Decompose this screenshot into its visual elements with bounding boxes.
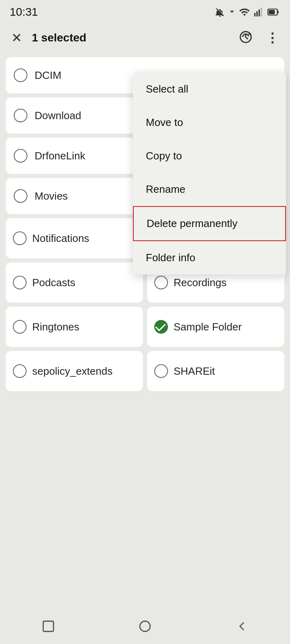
- menu-item-select-all[interactable]: Select all: [133, 72, 286, 106]
- nav-square-button[interactable]: [29, 615, 67, 637]
- status-icons: [214, 6, 280, 18]
- bottom-nav: [0, 612, 290, 644]
- action-bar: ✕ 1 selected ⋮: [0, 23, 290, 53]
- radio-movies[interactable]: [14, 189, 27, 203]
- more-options-button[interactable]: ⋮: [263, 27, 282, 49]
- sync-icon[interactable]: [235, 27, 256, 49]
- radio-notifications[interactable]: [13, 231, 27, 245]
- radio-sepolicy[interactable]: [13, 364, 27, 378]
- svg-rect-1: [257, 11, 258, 17]
- status-time: 10:31: [10, 6, 38, 19]
- radio-dcim[interactable]: [14, 68, 27, 82]
- back-icon: [235, 619, 249, 633]
- folder-item-ringtones[interactable]: Ringtones: [6, 307, 143, 347]
- svg-rect-8: [43, 621, 54, 632]
- folder-row-4: sepolicy_extends SHAREit: [6, 351, 284, 391]
- svg-rect-6: [269, 10, 275, 14]
- svg-rect-3: [261, 8, 262, 17]
- radio-samplefolder[interactable]: [154, 320, 168, 334]
- menu-item-folder-info[interactable]: Folder info: [133, 241, 286, 275]
- svg-rect-2: [259, 10, 260, 17]
- radio-shareit[interactable]: [154, 364, 168, 378]
- menu-item-rename[interactable]: Rename: [133, 173, 286, 206]
- close-button[interactable]: ✕: [8, 27, 25, 49]
- folder-item-samplefolder[interactable]: Sample Folder: [147, 307, 284, 347]
- folder-row-3: Ringtones Sample Folder: [6, 307, 284, 347]
- folder-item-podcasts[interactable]: Podcasts: [6, 262, 143, 303]
- signal-icon: [254, 6, 264, 18]
- context-menu[interactable]: Select all Move to Copy to Rename Delete…: [133, 72, 286, 275]
- radio-recordings[interactable]: [154, 276, 168, 289]
- svg-rect-5: [278, 11, 279, 13]
- selection-count-label: 1 selected: [32, 31, 229, 44]
- menu-item-copy-to[interactable]: Copy to: [133, 139, 286, 173]
- circle-icon: [138, 619, 152, 633]
- nav-circle-button[interactable]: [126, 615, 164, 637]
- folder-item-shareit[interactable]: SHAREit: [147, 351, 284, 391]
- radio-podcasts[interactable]: [13, 276, 27, 289]
- radio-download[interactable]: [14, 109, 27, 122]
- folder-item-sepolicy[interactable]: sepolicy_extends: [6, 351, 143, 391]
- radio-drfonelink[interactable]: [14, 149, 27, 163]
- svg-rect-0: [254, 13, 255, 17]
- square-icon: [41, 619, 55, 633]
- radio-ringtones[interactable]: [13, 320, 27, 334]
- mute-icon: [214, 6, 226, 18]
- wifi-icon: [238, 6, 251, 18]
- dropdown-arrow-icon: [229, 6, 235, 18]
- status-bar: 10:31: [0, 0, 290, 23]
- menu-item-move-to[interactable]: Move to: [133, 106, 286, 139]
- nav-back-button[interactable]: [223, 615, 261, 637]
- battery-icon: [267, 6, 280, 18]
- menu-item-delete-permanently[interactable]: Delete permanently: [133, 206, 286, 241]
- folder-item-notifications[interactable]: Notifications: [6, 218, 143, 258]
- svg-point-9: [140, 621, 150, 632]
